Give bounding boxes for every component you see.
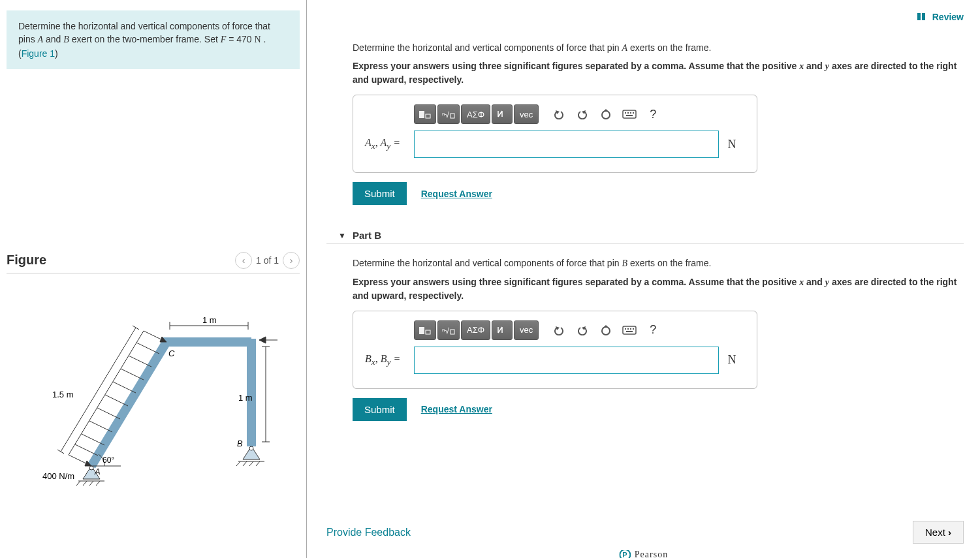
label-b: B [237, 439, 243, 448]
part-b-answer-row: Bx, By = N [365, 347, 745, 374]
next-button[interactable]: Next › [913, 521, 964, 544]
svg-rect-62 [450, 330, 454, 334]
part-a-actions: Submit Request Answer [353, 182, 964, 205]
redo-button[interactable] [571, 320, 593, 340]
part-b-answer-input[interactable] [414, 347, 719, 374]
svg-point-33 [249, 446, 253, 450]
part-a-question: Determine the horizontal and vertical co… [353, 42, 964, 55]
pin-a-symbol: A [38, 35, 44, 44]
review-link[interactable]: Review [932, 12, 964, 22]
next-figure-button[interactable]: › [283, 252, 300, 269]
pearson-logo-icon: P [619, 550, 631, 558]
undo-button[interactable] [548, 104, 570, 124]
force-symbol: F [221, 35, 227, 44]
svg-line-39 [243, 461, 247, 466]
reset-button[interactable] [595, 320, 617, 340]
part-a-variable-label: Ax, Ay = [365, 137, 414, 151]
svg-line-37 [96, 481, 100, 486]
svg-line-8 [97, 408, 120, 419]
svg-line-0 [91, 342, 166, 466]
part-b-submit-button[interactable]: Submit [353, 398, 407, 421]
svg-line-41 [256, 461, 260, 466]
template-picker-button[interactable] [414, 320, 436, 340]
problem-text-2: and [43, 34, 63, 44]
problem-eq: = 470 [226, 34, 254, 44]
root-template-button[interactable]: ⁿ√ [437, 320, 460, 340]
greek-letters-button[interactable]: ΑΣΦ [461, 104, 490, 124]
part-a-request-answer-link[interactable]: Request Answer [421, 189, 492, 199]
help-button[interactable]: ? [642, 104, 664, 124]
svg-point-51 [602, 111, 610, 119]
part-b-variable-label: Bx, By = [365, 353, 414, 367]
svg-point-30 [89, 466, 93, 470]
part-b-request-answer-link[interactable]: Request Answer [421, 404, 492, 414]
part-a-submit-button[interactable]: Submit [353, 182, 407, 205]
svg-rect-67 [623, 326, 636, 334]
dim-left: 1.5 m [52, 390, 74, 399]
subscript-button[interactable] [492, 104, 513, 124]
svg-line-12 [129, 356, 151, 367]
flag-icon [917, 12, 927, 23]
problem-statement: Determine the horizontal and vertical co… [7, 10, 300, 69]
svg-line-34 [76, 481, 80, 486]
svg-rect-69 [627, 328, 629, 330]
part-b-header[interactable]: ▼ Part B [338, 230, 964, 241]
svg-text:ⁿ√: ⁿ√ [442, 326, 449, 335]
svg-text:P: P [622, 551, 627, 558]
root-template-button[interactable]: ⁿ√ [437, 104, 460, 124]
svg-line-36 [89, 481, 93, 486]
part-a-answer-row: Ax, Ay = N [365, 131, 745, 158]
provide-feedback-link[interactable]: Provide Feedback [326, 527, 411, 538]
part-b-question: Determine the horizontal and vertical co… [353, 257, 964, 270]
redo-button[interactable] [571, 104, 593, 124]
help-button[interactable]: ? [642, 320, 664, 340]
brand-footer: P Pearson [619, 550, 668, 558]
greek-letters-button[interactable]: ΑΣΦ [461, 320, 490, 340]
part-b-title: Part B [353, 230, 381, 241]
svg-line-10 [113, 382, 136, 393]
svg-line-11 [121, 369, 144, 380]
keyboard-button[interactable] [618, 320, 640, 340]
svg-rect-45 [419, 111, 424, 118]
figure-pager: ‹ 1 of 1 › [235, 252, 300, 269]
right-pane: Review Determine the horizontal and vert… [307, 0, 980, 558]
part-a-toolbar: ⁿ√ ΑΣΦ vec ? [414, 104, 745, 124]
left-pane: Determine the horizontal and vertical co… [0, 0, 307, 558]
svg-line-13 [136, 343, 159, 354]
svg-rect-48 [450, 114, 454, 118]
subscript-button[interactable] [492, 320, 513, 340]
problem-text-3: exert on the two-member frame. Set [69, 34, 221, 44]
label-c: C [168, 349, 175, 358]
brand-name: Pearson [635, 550, 668, 558]
label-a: A [94, 467, 101, 476]
undo-button[interactable] [548, 320, 570, 340]
part-a-answer-input[interactable] [414, 131, 719, 158]
part-b-toolbar: ⁿ√ ΑΣΦ vec ? [414, 320, 745, 340]
problem-close: ) [55, 48, 58, 59]
svg-rect-70 [630, 328, 631, 330]
svg-line-19 [133, 326, 139, 330]
vector-button[interactable]: vec [514, 320, 539, 340]
reset-button[interactable] [595, 104, 617, 124]
svg-line-35 [83, 481, 87, 486]
svg-rect-53 [623, 110, 636, 118]
vector-button[interactable]: vec [514, 104, 539, 124]
figure-link[interactable]: Figure 1 [22, 48, 55, 59]
figure-title: Figure [7, 253, 46, 268]
part-b-actions: Submit Request Answer [353, 398, 964, 421]
keyboard-button[interactable] [618, 104, 640, 124]
svg-rect-54 [625, 112, 626, 114]
svg-rect-59 [419, 327, 424, 334]
svg-rect-44 [922, 13, 925, 20]
svg-rect-57 [633, 112, 634, 114]
template-picker-button[interactable] [414, 104, 436, 124]
svg-rect-58 [626, 115, 633, 116]
pager-text: 1 of 1 [256, 255, 279, 266]
svg-rect-46 [426, 114, 430, 118]
svg-line-7 [89, 421, 112, 432]
svg-line-9 [105, 395, 128, 406]
review-bar: Review [326, 0, 964, 29]
part-b-instructions: Express your answers using three signifi… [353, 275, 964, 303]
prev-figure-button[interactable]: ‹ [235, 252, 252, 269]
svg-line-40 [249, 461, 253, 466]
